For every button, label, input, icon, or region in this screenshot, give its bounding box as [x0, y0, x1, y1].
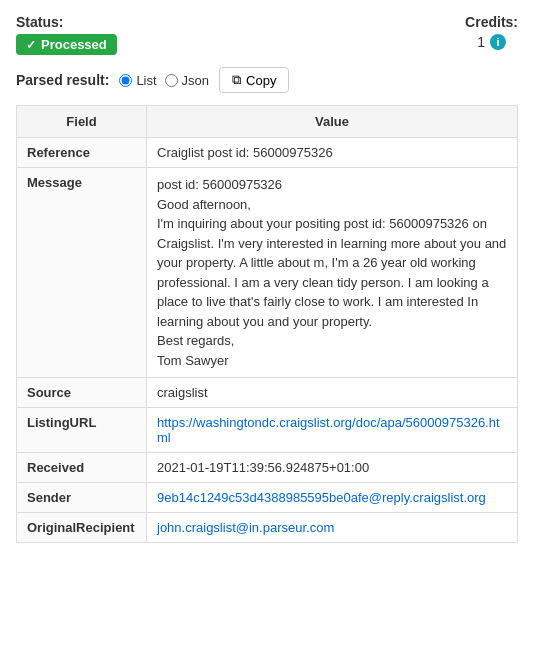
message-text: post id: 56000975326 Good afternoon, I'm…: [157, 177, 510, 368]
table-row: Messagepost id: 56000975326 Good afterno…: [17, 168, 518, 378]
table-cell-value[interactable]: john.craigslist@in.parseur.com: [147, 513, 518, 543]
credits-label: Credits:: [465, 14, 518, 30]
table-cell-value: craigslist: [147, 378, 518, 408]
table-cell-field: OriginalRecipient: [17, 513, 147, 543]
table-row: Sourcecraigslist: [17, 378, 518, 408]
credits-value-row: 1 i: [477, 34, 506, 50]
table-cell-field: Received: [17, 453, 147, 483]
table-row: Sender9eb14c1249c53d4388985595be0afe@rep…: [17, 483, 518, 513]
status-label: Status:: [16, 14, 117, 30]
radio-json-label: Json: [182, 73, 209, 88]
table-cell-value[interactable]: https://washingtondc.craigslist.org/doc/…: [147, 408, 518, 453]
table-cell-value: post id: 56000975326 Good afternoon, I'm…: [147, 168, 518, 378]
table-cell-link[interactable]: 9eb14c1249c53d4388985595be0afe@reply.cra…: [157, 490, 486, 505]
radio-json-input[interactable]: [165, 74, 178, 87]
table-header-row: Field Value: [17, 106, 518, 138]
parsed-result-label: Parsed result:: [16, 72, 109, 88]
table-row: ReferenceCraiglist post id: 56000975326: [17, 138, 518, 168]
radio-list-input[interactable]: [119, 74, 132, 87]
radio-json-option[interactable]: Json: [165, 73, 209, 88]
table-cell-field: Sender: [17, 483, 147, 513]
col-value-header: Value: [147, 106, 518, 138]
parsed-result-row: Parsed result: List Json ⧉ Copy: [16, 67, 518, 93]
table-row: ListingURLhttps://washingtondc.craigslis…: [17, 408, 518, 453]
copy-button-label: Copy: [246, 73, 276, 88]
copy-button[interactable]: ⧉ Copy: [219, 67, 289, 93]
table-cell-value: Craiglist post id: 56000975326: [147, 138, 518, 168]
credits-block: Credits: 1 i: [465, 14, 518, 50]
parsed-result-table: Field Value ReferenceCraiglist post id: …: [16, 105, 518, 543]
radio-list-option[interactable]: List: [119, 73, 156, 88]
credits-number: 1: [477, 34, 485, 50]
status-block: Status: ✓ Processed: [16, 14, 117, 55]
copy-icon: ⧉: [232, 72, 241, 88]
top-section: Status: ✓ Processed Credits: 1 i: [16, 14, 518, 55]
check-icon: ✓: [26, 38, 36, 52]
status-badge-text: Processed: [41, 37, 107, 52]
radio-group: List Json: [119, 73, 209, 88]
table-cell-link[interactable]: https://washingtondc.craigslist.org/doc/…: [157, 415, 500, 445]
table-row: Received2021-01-19T11:39:56.924875+01:00: [17, 453, 518, 483]
table-cell-value: 2021-01-19T11:39:56.924875+01:00: [147, 453, 518, 483]
status-badge: ✓ Processed: [16, 34, 117, 55]
table-cell-field: ListingURL: [17, 408, 147, 453]
info-icon[interactable]: i: [490, 34, 506, 50]
radio-list-label: List: [136, 73, 156, 88]
table-cell-field: Message: [17, 168, 147, 378]
table-cell-field: Reference: [17, 138, 147, 168]
col-field-header: Field: [17, 106, 147, 138]
table-cell-value[interactable]: 9eb14c1249c53d4388985595be0afe@reply.cra…: [147, 483, 518, 513]
table-row: OriginalRecipientjohn.craigslist@in.pars…: [17, 513, 518, 543]
table-cell-link[interactable]: john.craigslist@in.parseur.com: [157, 520, 334, 535]
table-cell-field: Source: [17, 378, 147, 408]
